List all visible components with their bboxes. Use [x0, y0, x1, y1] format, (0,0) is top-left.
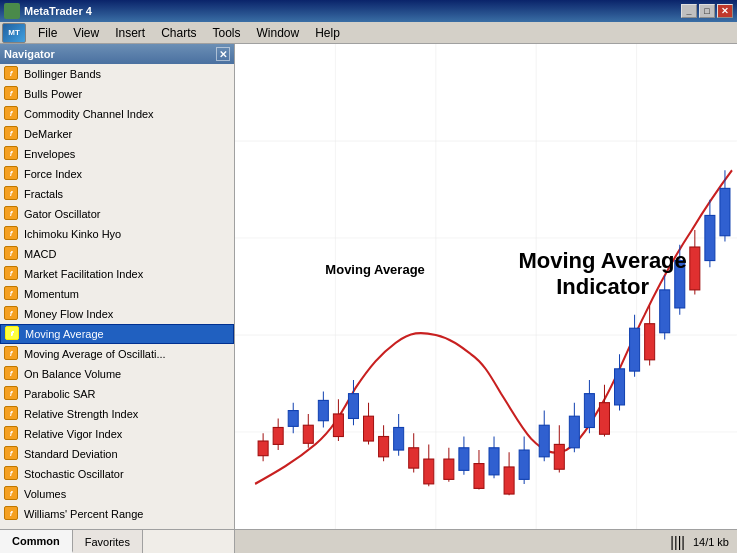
indicator-icon — [4, 186, 20, 202]
list-item[interactable]: Stochastic Oscillator — [0, 464, 234, 484]
indicator-icon — [4, 206, 20, 222]
svg-rect-52 — [584, 394, 594, 428]
list-item[interactable]: Market Facilitation Index — [0, 264, 234, 284]
indicator-icon — [4, 106, 20, 122]
chart-moving-average-label: Moving Average — [325, 262, 424, 277]
indicator-label: Force Index — [24, 168, 82, 180]
indicator-label: Relative Strength Index — [24, 408, 138, 420]
svg-rect-20 — [333, 414, 343, 437]
svg-rect-50 — [569, 416, 579, 448]
indicator-label: Bollinger Bands — [24, 68, 101, 80]
maximize-button[interactable]: □ — [699, 4, 715, 18]
tab-favorites[interactable]: Favorites — [73, 530, 143, 553]
indicator-label: Momentum — [24, 288, 79, 300]
app-logo: MT — [2, 23, 26, 43]
indicator-label: DeMarker — [24, 128, 72, 140]
menu-file[interactable]: File — [30, 24, 65, 42]
navigator-close-button[interactable]: ✕ — [216, 47, 230, 61]
minimize-button[interactable]: _ — [681, 4, 697, 18]
indicator-icon — [4, 406, 20, 422]
indicator-icon — [4, 86, 20, 102]
indicator-label: Moving Average — [25, 328, 104, 340]
indicator-label: Parabolic SAR — [24, 388, 96, 400]
indicator-icon — [4, 126, 20, 142]
svg-rect-44 — [519, 450, 529, 479]
indicator-label: Commodity Channel Index — [24, 108, 154, 120]
svg-rect-16 — [303, 425, 313, 443]
close-button[interactable]: ✕ — [717, 4, 733, 18]
indicator-icon — [5, 326, 21, 342]
title-bar: MetaTrader 4 _ □ ✕ — [0, 0, 737, 22]
indicator-label: Envelopes — [24, 148, 75, 160]
svg-rect-36 — [459, 448, 469, 471]
indicator-icon — [4, 346, 20, 362]
indicator-label: Volumes — [24, 488, 66, 500]
svg-rect-10 — [258, 441, 268, 456]
indicator-label: Gator Oscillator — [24, 208, 100, 220]
list-item[interactable]: Moving Average of Oscillati... — [0, 344, 234, 364]
list-item[interactable]: Money Flow Index — [0, 304, 234, 324]
svg-rect-46 — [539, 425, 549, 457]
list-item[interactable]: Momentum — [0, 284, 234, 304]
list-item[interactable]: Ichimoku Kinko Hyo — [0, 224, 234, 244]
indicator-label: Fractals — [24, 188, 63, 200]
menu-charts[interactable]: Charts — [153, 24, 204, 42]
list-item[interactable]: Relative Vigor Index — [0, 424, 234, 444]
svg-rect-60 — [645, 324, 655, 360]
list-item[interactable]: MACD — [0, 244, 234, 264]
svg-rect-56 — [615, 369, 625, 405]
indicator-list[interactable]: Bollinger BandsBulls PowerCommodity Chan… — [0, 64, 234, 529]
list-item[interactable]: On Balance Volume — [0, 364, 234, 384]
svg-rect-30 — [409, 448, 419, 468]
indicator-icon — [4, 486, 20, 502]
indicator-icon — [4, 386, 20, 402]
chart-status-text: 14/1 kb — [693, 536, 729, 548]
menu-bar: MT File View Insert Charts Tools Window … — [0, 22, 737, 44]
indicator-icon — [4, 266, 20, 282]
svg-rect-22 — [348, 394, 358, 419]
indicator-label: Money Flow Index — [24, 308, 113, 320]
tab-common[interactable]: Common — [0, 530, 73, 553]
list-item[interactable]: Commodity Channel Index — [0, 104, 234, 124]
menu-tools[interactable]: Tools — [205, 24, 249, 42]
svg-rect-54 — [599, 403, 609, 435]
indicator-icon — [4, 146, 20, 162]
list-item[interactable]: Gator Oscillator — [0, 204, 234, 224]
list-item[interactable]: Parabolic SAR — [0, 384, 234, 404]
list-item[interactable]: Standard Deviation — [0, 444, 234, 464]
list-item[interactable]: Envelopes — [0, 144, 234, 164]
list-item[interactable]: Moving Average — [0, 324, 234, 344]
svg-rect-28 — [394, 427, 404, 450]
indicator-label: Ichimoku Kinko Hyo — [24, 228, 121, 240]
svg-rect-58 — [630, 328, 640, 371]
svg-rect-68 — [705, 215, 715, 260]
indicator-icon — [4, 66, 20, 82]
chart-statusbar: |||| 14/1 kb — [235, 529, 737, 553]
svg-rect-14 — [288, 411, 298, 427]
svg-rect-34 — [444, 459, 454, 479]
list-item[interactable]: Bulls Power — [0, 84, 234, 104]
list-item[interactable]: DeMarker — [0, 124, 234, 144]
list-item[interactable]: Force Index — [0, 164, 234, 184]
menu-insert[interactable]: Insert — [107, 24, 153, 42]
menu-window[interactable]: Window — [249, 24, 308, 42]
indicator-label: Market Facilitation Index — [24, 268, 143, 280]
main-content: Navigator ✕ Bollinger BandsBulls PowerCo… — [0, 44, 737, 553]
indicator-label: Stochastic Oscillator — [24, 468, 124, 480]
list-item[interactable]: Williams' Percent Range — [0, 504, 234, 524]
navigator-tabs: Common Favorites — [0, 529, 234, 553]
list-item[interactable]: Relative Strength Index — [0, 404, 234, 424]
menu-help[interactable]: Help — [307, 24, 348, 42]
svg-rect-12 — [273, 427, 283, 444]
svg-rect-26 — [379, 437, 389, 457]
indicator-icon — [4, 366, 20, 382]
menu-view[interactable]: View — [65, 24, 107, 42]
list-item[interactable]: Volumes — [0, 484, 234, 504]
list-item[interactable]: Fractals — [0, 184, 234, 204]
navigator-panel: Navigator ✕ Bollinger BandsBulls PowerCo… — [0, 44, 235, 553]
svg-rect-32 — [424, 459, 434, 484]
indicator-icon — [4, 166, 20, 182]
indicator-icon — [4, 446, 20, 462]
list-item[interactable]: Bollinger Bands — [0, 64, 234, 84]
chart-status-icon: |||| — [670, 534, 685, 550]
